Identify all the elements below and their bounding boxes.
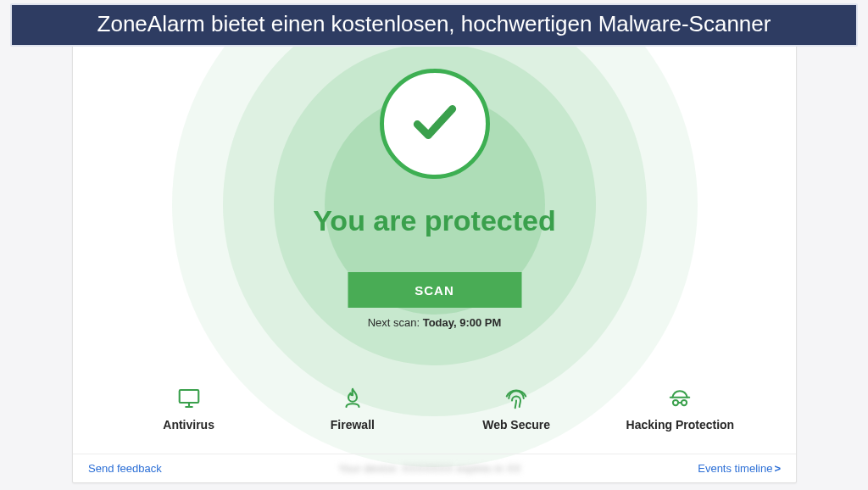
feature-label: Hacking Protection: [626, 418, 735, 432]
incognito-icon: [667, 386, 693, 411]
feature-label: Firewall: [331, 418, 375, 432]
fingerprint-icon: [504, 386, 529, 411]
events-timeline-label: Events timeline: [698, 462, 772, 475]
next-scan-value: Today, 9:00 PM: [423, 316, 502, 329]
feature-web-secure[interactable]: Web Secure: [448, 386, 584, 432]
monitor-icon: [176, 386, 202, 411]
next-scan-label: Next scan:: [368, 316, 423, 329]
app-window: You are protected SCAN Next scan: Today,…: [72, 34, 797, 483]
feature-label: Antivirus: [163, 418, 214, 432]
feature-firewall[interactable]: Firewall: [285, 386, 420, 432]
events-timeline-link[interactable]: Events timeline>: [698, 462, 781, 475]
scan-button[interactable]: SCAN: [348, 272, 521, 308]
promo-banner: ZoneAlarm bietet einen kostenlosen, hoch…: [10, 3, 858, 47]
status-headline: You are protected: [73, 204, 796, 237]
check-icon: [409, 96, 461, 152]
footer-center-blurred: Your device: XXXXXXX expires in XX: [338, 462, 521, 475]
send-feedback-link[interactable]: Send feedback: [88, 462, 162, 475]
feature-hacking-protection[interactable]: Hacking Protection: [612, 386, 748, 432]
feature-antivirus[interactable]: Antivirus: [121, 386, 257, 432]
promo-banner-text: ZoneAlarm bietet einen kostenlosen, hoch…: [97, 11, 771, 36]
feature-row: Antivirus Firewall Web Secure: [73, 386, 796, 432]
status-check-circle: [380, 69, 490, 179]
feature-label: Web Secure: [482, 418, 550, 432]
flame-icon: [340, 386, 365, 411]
next-scan-info: Next scan: Today, 9:00 PM: [73, 316, 796, 329]
svg-rect-0: [179, 390, 198, 403]
footer-bar: Send feedback Your device: XXXXXXX expir…: [73, 454, 796, 482]
chevron-right-icon: >: [774, 462, 781, 475]
